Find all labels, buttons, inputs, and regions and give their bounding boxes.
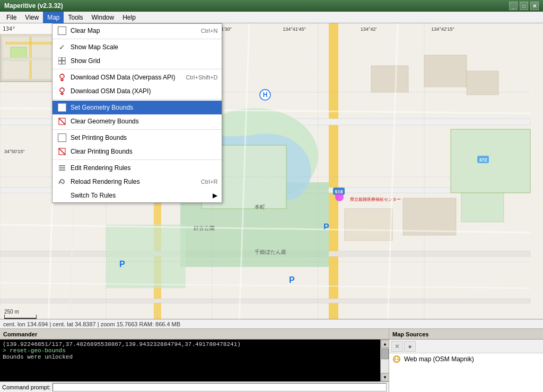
minimize-button[interactable]: _ [509, 2, 518, 10]
menu-item-clear-printing-bounds[interactable]: Clear Printing Bounds [52, 145, 222, 158]
show-grid-icon [57, 56, 67, 66]
menu-map[interactable]: Map [43, 12, 64, 23]
close-button[interactable]: ✕ [530, 2, 539, 10]
svg-rect-24 [106, 225, 186, 288]
menu-item-reload-rendering-rules[interactable]: Reload Rendering Rules Ctrl+R [52, 175, 222, 189]
command-prompt-label: Command prompt: [2, 384, 50, 390]
clear-map-icon [57, 25, 67, 36]
source-label: Web map (OSM Mapnik) [404, 355, 474, 363]
svg-rect-68 [3, 58, 56, 60]
output-line-2: > reset-geo-bounds [3, 348, 378, 354]
map-sources-toolbar: ✕ ● [389, 340, 543, 353]
svg-point-6 [60, 88, 64, 92]
remove-source-button[interactable]: ✕ [391, 341, 403, 352]
svg-text:134°42'15": 134°42'15" [431, 26, 454, 32]
menu-help[interactable]: Help [118, 12, 140, 23]
svg-rect-42 [451, 129, 530, 193]
svg-text:千姫ぼたん庭: 千姫ぼたん庭 [255, 249, 286, 255]
svg-rect-3 [62, 61, 65, 64]
svg-text:34°50'15": 34°50'15" [4, 149, 25, 154]
menu-item-clear-geometry-bounds[interactable]: Clear Geometry Bounds [52, 114, 222, 128]
svg-text:134°41'45": 134°41'45" [283, 26, 306, 32]
svg-rect-41 [461, 193, 504, 222]
source-item-web-map-osm[interactable]: Web map (OSM Mapnik) [389, 353, 543, 365]
separator-3 [52, 99, 222, 100]
command-prompt-area: Command prompt: [0, 381, 389, 392]
show-map-scale-icon: ✓ [57, 42, 67, 52]
svg-line-11 [59, 148, 65, 155]
clear-geometry-bounds-icon [57, 116, 67, 127]
commander-area: Commander (139.92246851/117,37.482689553… [0, 329, 543, 392]
menubar: File View Map Tools Window Help Clear Ma… [0, 12, 543, 23]
commander-scrollbar[interactable]: ▲ ▼ [380, 340, 389, 381]
source-globe-icon [392, 355, 401, 363]
menu-item-clear-map[interactable]: Clear Map Ctrl+N [52, 24, 222, 38]
app-title: Maperitive (v2.3.32) [4, 2, 63, 10]
menu-item-show-map-scale[interactable]: ✓ Show Map Scale [52, 40, 222, 54]
menu-view[interactable]: View [21, 12, 43, 23]
svg-text:H: H [263, 91, 268, 99]
svg-rect-37 [424, 55, 467, 87]
titlebar: Maperitive (v2.3.32) _ □ ✕ [0, 0, 543, 12]
titlebar-controls: _ □ ✕ [509, 2, 539, 10]
statusbar-text: cent. lon 134.694 | cent. lat 34.8387 | … [3, 321, 180, 327]
menu-item-set-geometry-bounds[interactable]: Set Geometry Bounds [52, 101, 222, 114]
separator-2 [52, 69, 222, 69]
clear-printing-bounds-icon [57, 146, 67, 157]
menu-item-show-grid[interactable]: Show Grid [52, 54, 222, 68]
download-osm-xapi-icon [57, 86, 67, 96]
menu-window[interactable]: Window [87, 12, 119, 23]
svg-rect-1 [62, 57, 65, 60]
svg-rect-38 [467, 71, 498, 95]
menu-item-edit-rendering-rules[interactable]: Edit Rendering Rules [52, 161, 222, 175]
svg-text:P: P [289, 275, 295, 284]
right-panel: Map Sources ✕ ● [389, 329, 543, 392]
source-info-button[interactable]: ● [404, 341, 416, 352]
separator-5 [52, 159, 222, 160]
maximize-button[interactable]: □ [520, 2, 528, 10]
svg-text:P: P [119, 260, 125, 269]
statusbar: cent. lon 134.694 | cent. lat 34.8387 | … [0, 319, 543, 328]
separator-1 [52, 39, 222, 39]
download-osm-overpass-icon [57, 72, 67, 83]
svg-rect-16 [329, 23, 338, 328]
svg-text:250 m: 250 m [4, 309, 19, 315]
output-line-3: Bounds were unlocked [3, 354, 378, 360]
svg-line-9 [59, 118, 65, 124]
menu-item-switch-to-rules[interactable]: Switch To Rules ▶ [52, 189, 222, 202]
scroll-track [381, 348, 389, 373]
svg-text:372: 372 [479, 157, 487, 163]
command-input[interactable] [52, 383, 387, 391]
output-line-1: (139.92246851/117,37.4826895530867,139.9… [3, 341, 378, 348]
scroll-down-button[interactable]: ▼ [381, 373, 389, 381]
map-sources-header: Map Sources [389, 329, 543, 340]
separator-4 [52, 129, 222, 130]
svg-point-69 [335, 193, 344, 201]
left-panel: Commander (139.92246851/117,37.482689553… [0, 329, 389, 392]
svg-rect-2 [58, 61, 62, 64]
set-printing-bounds-icon [57, 132, 67, 143]
edit-rendering-rules-icon [57, 163, 67, 173]
reload-rendering-rules-icon [57, 176, 67, 187]
svg-rect-0 [58, 57, 62, 60]
svg-rect-21 [0, 299, 530, 303]
svg-text:134°: 134° [3, 26, 15, 32]
menu-tools[interactable]: Tools [64, 12, 87, 23]
set-geometry-bounds-icon [57, 102, 67, 113]
menu-item-download-osm-overpass[interactable]: Download OSM Data (Overpass API) Ctrl+Sh… [52, 70, 222, 84]
svg-text:県立姫路医療福祉センター: 県立姫路医療福祉センター [350, 197, 401, 202]
svg-text:134°42': 134°42' [361, 26, 377, 32]
menu-item-set-printing-bounds[interactable]: Set Printing Bounds [52, 131, 222, 145]
submenu-arrow: ▶ [213, 192, 217, 199]
map-sources-list: Web map (OSM Mapnik) [389, 353, 543, 392]
menu-file[interactable]: File [2, 12, 21, 23]
scroll-up-button[interactable]: ▲ [381, 340, 389, 348]
map-dropdown-menu: Clear Map Ctrl+N ✓ Show Map Scale Show G… [52, 23, 222, 203]
bottom-panel: Commander (139.92246851/117,37.482689553… [0, 328, 543, 392]
scroll-thumb[interactable] [381, 349, 389, 359]
menu-item-download-osm-xapi[interactable]: Download OSM Data (XAPI) [52, 84, 222, 98]
svg-point-4 [60, 74, 64, 78]
commander-output: (139.92246851/117,37.4826895530867,139.9… [0, 340, 380, 381]
svg-text:本町: 本町 [255, 204, 265, 210]
svg-rect-39 [345, 209, 392, 240]
